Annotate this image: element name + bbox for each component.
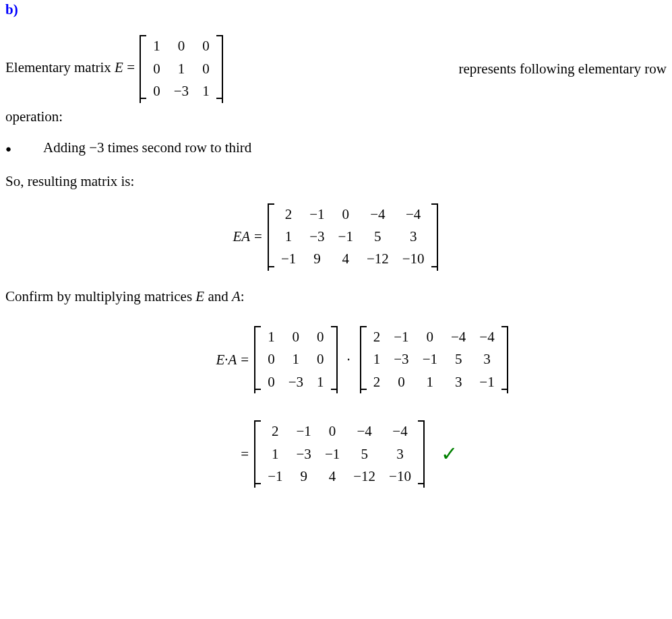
cell: 0: [310, 348, 331, 370]
cell: 3: [472, 348, 501, 370]
checkmark-icon: ✓: [441, 441, 458, 468]
cell: −12: [346, 465, 382, 488]
mult-eq: =: [241, 350, 249, 369]
cell: 9: [303, 248, 331, 270]
var-E2: E: [195, 288, 204, 304]
bullet-text: Adding −3 times second row to third: [43, 138, 251, 157]
cell: 0: [261, 348, 282, 370]
cell: −3: [290, 443, 318, 465]
ea-A: A: [241, 228, 250, 245]
intro-pre: Elementary matrix: [5, 59, 115, 75]
matrix-result-table: 2−10−4−4 1−3−153 −194−12−10: [261, 420, 418, 488]
cell: −4: [346, 420, 382, 443]
intro-eq: =: [127, 59, 138, 75]
cell: −1: [416, 348, 444, 370]
cell: 2: [261, 420, 289, 443]
confirm-post: :: [241, 288, 245, 304]
matrix-EA-table: 2−10−4−4 1−3−153 −194−12−10: [274, 203, 431, 271]
mult-row-1: E · A = 100 010 0−31 ·: [162, 326, 509, 393]
cell: 2: [274, 203, 303, 226]
confirm-mid: and: [204, 288, 232, 304]
cell: 3: [382, 443, 418, 465]
confirm-text: Confirm by multiplying matrices E and A:: [5, 287, 667, 306]
cell: 1: [146, 35, 167, 57]
cell: 0: [167, 35, 195, 57]
cell: −4: [382, 420, 418, 443]
matrix-A: 2−10−4−4 1−3−153 2013−1: [360, 326, 508, 393]
cell: 0: [261, 371, 282, 393]
var-E: E: [115, 59, 123, 75]
mult-eq2: =: [241, 445, 249, 463]
cell: 0: [318, 420, 346, 443]
cell: 0: [146, 80, 167, 102]
cell: 2: [367, 371, 388, 393]
cell: −1: [318, 443, 346, 465]
cell: −4: [444, 326, 472, 348]
bullet-item: ● Adding −3 times second row to third: [5, 138, 667, 157]
cell: 1: [167, 58, 195, 80]
cell: 3: [444, 371, 472, 393]
cell: −4: [396, 203, 431, 226]
cell: −3: [303, 226, 331, 248]
cell: 1: [274, 226, 303, 248]
matrix-result: 2−10−4−4 1−3−153 −194−12−10: [254, 420, 425, 488]
mult-dot-mid: ·: [347, 350, 350, 369]
cell: 4: [318, 465, 346, 488]
matrix-E-table: 100 010 0−31: [146, 35, 216, 102]
ea-equation: EA = 2−10−4−4 1−3−153 −194−12−10: [5, 203, 667, 271]
part-label: b): [5, 0, 667, 19]
cell: 1: [282, 348, 310, 370]
cell: −1: [332, 226, 360, 248]
cell: −10: [396, 248, 431, 270]
matrix-E2: 100 010 0−31: [254, 326, 337, 393]
cell: 9: [290, 465, 318, 488]
matrix-E2-table: 100 010 0−31: [261, 326, 330, 393]
cell: −3: [387, 348, 415, 370]
cell: 1: [310, 371, 331, 393]
intro-operation-line: operation:: [5, 107, 667, 126]
cell: 5: [346, 443, 382, 465]
cell: 1: [261, 326, 282, 348]
cell: 0: [332, 203, 360, 226]
cell: 0: [195, 58, 216, 80]
cell: −3: [282, 371, 310, 393]
so-text: So, resulting matrix is:: [5, 172, 667, 191]
cell: −1: [472, 371, 501, 393]
cell: −1: [387, 326, 415, 348]
cell: 5: [444, 348, 472, 370]
cell: −1: [290, 420, 318, 443]
cell: −1: [274, 248, 303, 270]
cell: −12: [360, 248, 396, 270]
multiplication-block: E · A = 100 010 0−31 ·: [5, 318, 667, 496]
ea-eq: =: [254, 227, 262, 246]
cell: 2: [367, 326, 388, 348]
cell: −3: [167, 80, 195, 102]
cell: 4: [332, 248, 360, 270]
cell: −10: [382, 465, 418, 488]
cell: 1: [416, 371, 444, 393]
cell: −4: [472, 326, 501, 348]
cell: 0: [282, 326, 310, 348]
confirm-pre: Confirm by multiplying matrices: [5, 288, 195, 304]
cell: −4: [360, 203, 396, 226]
cell: 0: [387, 371, 415, 393]
mult-A: A: [228, 350, 237, 369]
cell: −1: [303, 203, 331, 226]
cell: 5: [360, 226, 396, 248]
cell: 0: [195, 35, 216, 57]
bullet-icon: ●: [5, 142, 43, 156]
var-A2: A: [232, 288, 241, 304]
cell: 0: [310, 326, 331, 348]
mult-E: E: [216, 350, 224, 369]
matrix-EA: 2−10−4−4 1−3−153 −194−12−10: [268, 203, 438, 271]
cell: 1: [367, 348, 388, 370]
cell: −1: [261, 465, 289, 488]
cell: 1: [261, 443, 289, 465]
cell: 0: [146, 58, 167, 80]
cell: 0: [416, 326, 444, 348]
matrix-E-inline: 100 010 0−31: [140, 35, 222, 102]
matrix-A-table: 2−10−4−4 1−3−153 2013−1: [367, 326, 501, 393]
cell: 1: [195, 80, 216, 102]
intro-post: represents following elementary row: [459, 59, 667, 78]
cell: 3: [396, 226, 431, 248]
